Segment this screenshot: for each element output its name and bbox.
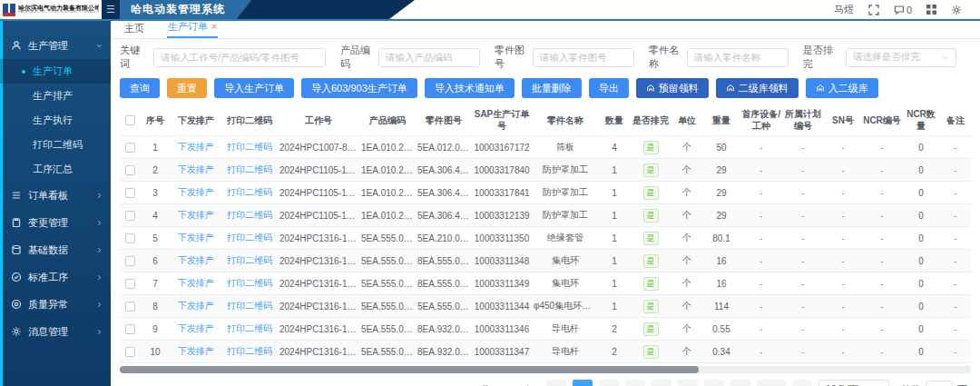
work-no: 2024HPC1105-1147-2 [278, 159, 359, 182]
print-qr-link[interactable]: 打印二维码 [227, 210, 272, 220]
sidebar-item-3[interactable]: 变更管理 [0, 209, 111, 236]
sidebar-subitem[interactable]: 打印二维码 [0, 133, 111, 157]
print-qr-link[interactable]: 打印二维码 [227, 301, 272, 311]
filter-input[interactable] [687, 48, 789, 67]
dispatch-link[interactable]: 下发排产 [178, 323, 214, 333]
chevron-right-icon [95, 246, 103, 254]
button-导出[interactable]: 导出 [589, 78, 629, 98]
sap-order-no: 10003312139 [472, 204, 532, 227]
filter-select[interactable]: 请选择是否排完 [846, 48, 956, 67]
row-checkbox[interactable] [125, 233, 135, 243]
print-qr-link[interactable]: 打印二维码 [227, 278, 272, 288]
sidebar-subitem[interactable]: 生产订单 [0, 59, 111, 84]
column-header: 重量 [702, 104, 740, 136]
row-checkbox[interactable] [125, 256, 135, 266]
filter-input[interactable] [533, 48, 634, 67]
button-批量删除[interactable]: 批量删除 [522, 78, 582, 98]
warehouse-icon [646, 84, 655, 93]
tab-生产订单[interactable]: 生产订单× [167, 17, 218, 38]
prev-page-button[interactable]: ‹ [546, 380, 566, 386]
sidebar-collapse-icon[interactable]: ☰ [102, 4, 120, 15]
dispatch-link[interactable]: 下发排产 [178, 142, 214, 152]
dispatch-link[interactable]: 下发排产 [178, 346, 214, 356]
sidebar-item-4[interactable]: 基础数据 [0, 236, 111, 263]
dispatch-link[interactable]: 下发排产 [178, 164, 214, 174]
message-icon[interactable]: 0 [894, 5, 912, 15]
tab-close-icon[interactable]: × [211, 22, 217, 32]
dispatch-link[interactable]: 下发排产 [178, 255, 214, 265]
row-checkbox[interactable] [125, 302, 135, 312]
button-重置[interactable]: 重置 [167, 78, 207, 98]
button-导入603/903生产订单[interactable]: 导入603/903生产订单 [301, 78, 417, 98]
apps-grid-icon[interactable] [926, 5, 936, 15]
page-button-6[interactable]: 6 [704, 380, 724, 386]
row-checkbox[interactable] [125, 211, 135, 221]
company-logo: 哈尔滨电气动力装备有限公司 HARBIN ELECTRIC POWER EQUI… [0, 0, 102, 19]
sidebar-item-5[interactable]: 标准工序 [0, 263, 111, 291]
button-入二级库[interactable]: 入二级库 [806, 78, 878, 98]
button-二级库领料[interactable]: 二级库领料 [716, 78, 799, 98]
filter-关键词: 关键词 [120, 44, 326, 71]
button-导入生产订单[interactable]: 导入生产订单 [214, 78, 294, 98]
page-button-2[interactable]: 2 [599, 380, 619, 386]
sidebar-subitem[interactable]: 生产排产 [0, 84, 111, 108]
goto-page-input[interactable] [926, 381, 953, 386]
row-checkbox[interactable] [125, 143, 135, 153]
sidebar-subitem[interactable]: 工序汇总 [0, 157, 111, 182]
dispatch-link[interactable]: 下发排产 [178, 210, 214, 220]
sidebar-item-2[interactable]: 订单看板 [0, 182, 111, 209]
horizontal-scrollbar[interactable] [120, 366, 971, 373]
dispatch-link[interactable]: 下发排产 [178, 187, 214, 197]
sidebar-item-7[interactable]: 消息管理 [0, 318, 111, 345]
button-导入技术通知单[interactable]: 导入技术通知单 [425, 78, 514, 98]
filter-input[interactable] [153, 48, 326, 67]
print-qr-link[interactable]: 打印二维码 [227, 164, 272, 174]
column-header: 序号 [140, 104, 171, 136]
dispatch-link[interactable]: 下发排产 [178, 233, 214, 242]
user-name[interactable]: 马煜 [834, 3, 854, 16]
sidebar-item-1[interactable]: 生产管理 [0, 32, 111, 59]
page-button-3699[interactable]: 3699 [757, 380, 786, 386]
row-checkbox[interactable] [125, 279, 135, 289]
sidebar-item-label: 变更管理 [28, 216, 89, 230]
settings-gear-icon[interactable] [951, 5, 962, 15]
button-查询[interactable]: 查询 [120, 78, 160, 98]
row-checkbox[interactable] [125, 324, 135, 334]
scheduled-badge: 是 [643, 300, 659, 313]
page-button-4[interactable]: 4 [652, 380, 671, 386]
print-qr-link[interactable]: 打印二维码 [227, 187, 272, 197]
filter-label: 零件图号 [495, 44, 527, 71]
print-qr-link[interactable]: 打印二维码 [227, 255, 272, 265]
row-checkbox[interactable] [125, 188, 135, 198]
page-button-3[interactable]: 3 [625, 380, 645, 386]
page-button-1[interactable]: 1 [573, 380, 593, 386]
column-header: NCR编号 [862, 104, 902, 136]
filter-零件图号: 零件图号 [495, 44, 634, 71]
warehouse-icon [816, 84, 825, 93]
row-checkbox[interactable] [125, 347, 135, 357]
table-row: 1下发排产打印二维码2024HPC1007-847-11EA.010.21175… [120, 136, 971, 159]
sidebar-item-6[interactable]: 质量异常 [0, 291, 111, 318]
sidebar-subitem[interactable]: 生产执行 [0, 108, 111, 133]
print-qr-link[interactable]: 打印二维码 [227, 346, 272, 356]
scrollbar-thumb[interactable] [120, 366, 699, 373]
filter-input[interactable] [378, 48, 480, 67]
row-checkbox[interactable] [125, 165, 135, 175]
button-预留领料[interactable]: 预留领料 [636, 78, 709, 98]
print-qr-link[interactable]: 打印二维码 [227, 233, 272, 242]
part-drawing-no: 5EA.306.4887 [416, 182, 472, 204]
more-pages-button[interactable]: ··· [730, 380, 750, 386]
next-page-button[interactable]: › [792, 380, 812, 386]
print-qr-link[interactable]: 打印二维码 [227, 142, 272, 152]
fullscreen-icon[interactable] [868, 5, 879, 15]
print-qr-link[interactable]: 打印二维码 [227, 323, 272, 333]
tab-主页[interactable]: 主页 [123, 19, 145, 38]
dispatch-link[interactable]: 下发排产 [178, 301, 214, 311]
select-all-checkbox[interactable] [125, 115, 135, 125]
dispatch-link[interactable]: 下发排产 [178, 278, 214, 288]
page-size-select[interactable]: 10条/页 [818, 380, 889, 386]
page-button-5[interactable]: 5 [678, 380, 698, 386]
work-no: 2024HPC1316-1833-2 [278, 318, 359, 341]
work-no: 2024HPC1105-1147-3 [278, 182, 359, 204]
sidebar-item-label: 订单看板 [28, 189, 89, 203]
